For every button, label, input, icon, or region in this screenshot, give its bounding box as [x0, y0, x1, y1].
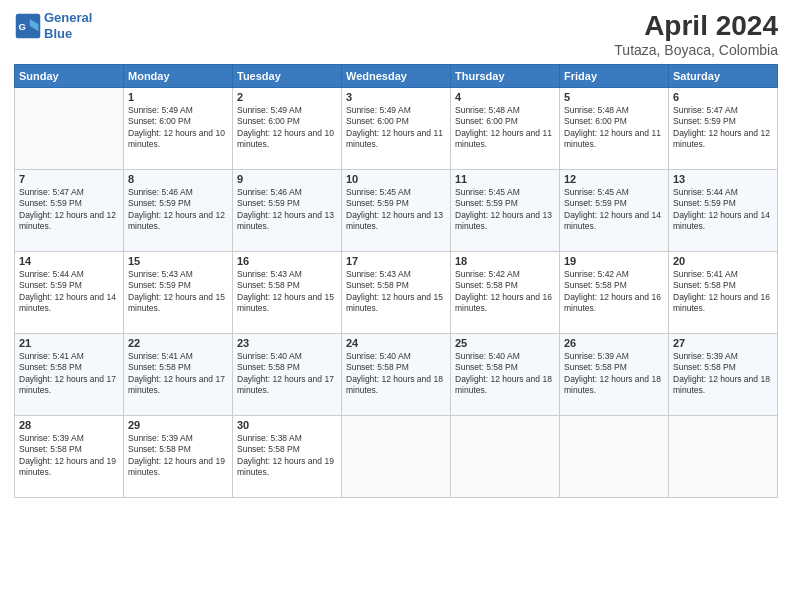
calendar-cell: 6Sunrise: 5:47 AMSunset: 5:59 PMDaylight…: [669, 88, 778, 170]
week-row-1: 7Sunrise: 5:47 AMSunset: 5:59 PMDaylight…: [15, 170, 778, 252]
day-detail: Sunrise: 5:43 AMSunset: 5:59 PMDaylight:…: [128, 269, 228, 315]
day-number: 22: [128, 337, 228, 349]
day-detail: Sunrise: 5:46 AMSunset: 5:59 PMDaylight:…: [128, 187, 228, 233]
calendar-cell: 25Sunrise: 5:40 AMSunset: 5:58 PMDayligh…: [451, 334, 560, 416]
day-detail: Sunrise: 5:41 AMSunset: 5:58 PMDaylight:…: [673, 269, 773, 315]
calendar-cell: 24Sunrise: 5:40 AMSunset: 5:58 PMDayligh…: [342, 334, 451, 416]
calendar-cell: 5Sunrise: 5:48 AMSunset: 6:00 PMDaylight…: [560, 88, 669, 170]
day-detail: Sunrise: 5:39 AMSunset: 5:58 PMDaylight:…: [128, 433, 228, 479]
day-number: 13: [673, 173, 773, 185]
calendar-cell: 23Sunrise: 5:40 AMSunset: 5:58 PMDayligh…: [233, 334, 342, 416]
calendar-cell: 12Sunrise: 5:45 AMSunset: 5:59 PMDayligh…: [560, 170, 669, 252]
calendar-cell: 15Sunrise: 5:43 AMSunset: 5:59 PMDayligh…: [124, 252, 233, 334]
day-number: 21: [19, 337, 119, 349]
day-detail: Sunrise: 5:39 AMSunset: 5:58 PMDaylight:…: [19, 433, 119, 479]
day-detail: Sunrise: 5:45 AMSunset: 5:59 PMDaylight:…: [564, 187, 664, 233]
day-detail: Sunrise: 5:41 AMSunset: 5:58 PMDaylight:…: [19, 351, 119, 397]
calendar-cell: 9Sunrise: 5:46 AMSunset: 5:59 PMDaylight…: [233, 170, 342, 252]
day-detail: Sunrise: 5:42 AMSunset: 5:58 PMDaylight:…: [455, 269, 555, 315]
day-detail: Sunrise: 5:43 AMSunset: 5:58 PMDaylight:…: [346, 269, 446, 315]
day-number: 19: [564, 255, 664, 267]
calendar-cell: 4Sunrise: 5:48 AMSunset: 6:00 PMDaylight…: [451, 88, 560, 170]
day-detail: Sunrise: 5:38 AMSunset: 5:58 PMDaylight:…: [237, 433, 337, 479]
calendar-cell: 8Sunrise: 5:46 AMSunset: 5:59 PMDaylight…: [124, 170, 233, 252]
day-detail: Sunrise: 5:41 AMSunset: 5:58 PMDaylight:…: [128, 351, 228, 397]
day-detail: Sunrise: 5:45 AMSunset: 5:59 PMDaylight:…: [455, 187, 555, 233]
header-saturday: Saturday: [669, 65, 778, 88]
day-number: 25: [455, 337, 555, 349]
day-detail: Sunrise: 5:40 AMSunset: 5:58 PMDaylight:…: [455, 351, 555, 397]
day-detail: Sunrise: 5:39 AMSunset: 5:58 PMDaylight:…: [673, 351, 773, 397]
day-number: 14: [19, 255, 119, 267]
calendar-cell: [342, 416, 451, 498]
day-number: 17: [346, 255, 446, 267]
title-area: April 2024 Tutaza, Boyaca, Colombia: [614, 10, 778, 58]
header-monday: Monday: [124, 65, 233, 88]
header: G General Blue April 2024 Tutaza, Boyaca…: [14, 10, 778, 58]
calendar-cell: 13Sunrise: 5:44 AMSunset: 5:59 PMDayligh…: [669, 170, 778, 252]
calendar-cell: 28Sunrise: 5:39 AMSunset: 5:58 PMDayligh…: [15, 416, 124, 498]
calendar-cell: 17Sunrise: 5:43 AMSunset: 5:58 PMDayligh…: [342, 252, 451, 334]
day-number: 1: [128, 91, 228, 103]
day-detail: Sunrise: 5:47 AMSunset: 5:59 PMDaylight:…: [19, 187, 119, 233]
day-detail: Sunrise: 5:49 AMSunset: 6:00 PMDaylight:…: [237, 105, 337, 151]
calendar-cell: 22Sunrise: 5:41 AMSunset: 5:58 PMDayligh…: [124, 334, 233, 416]
logo-icon: G: [14, 12, 42, 40]
calendar-cell: 7Sunrise: 5:47 AMSunset: 5:59 PMDaylight…: [15, 170, 124, 252]
calendar-cell: 10Sunrise: 5:45 AMSunset: 5:59 PMDayligh…: [342, 170, 451, 252]
header-tuesday: Tuesday: [233, 65, 342, 88]
day-detail: Sunrise: 5:49 AMSunset: 6:00 PMDaylight:…: [128, 105, 228, 151]
calendar-cell: [451, 416, 560, 498]
day-number: 30: [237, 419, 337, 431]
day-number: 7: [19, 173, 119, 185]
calendar-cell: 2Sunrise: 5:49 AMSunset: 6:00 PMDaylight…: [233, 88, 342, 170]
calendar-cell: 18Sunrise: 5:42 AMSunset: 5:58 PMDayligh…: [451, 252, 560, 334]
day-number: 4: [455, 91, 555, 103]
calendar-cell: [669, 416, 778, 498]
day-detail: Sunrise: 5:44 AMSunset: 5:59 PMDaylight:…: [673, 187, 773, 233]
day-number: 9: [237, 173, 337, 185]
week-row-2: 14Sunrise: 5:44 AMSunset: 5:59 PMDayligh…: [15, 252, 778, 334]
day-number: 10: [346, 173, 446, 185]
day-detail: Sunrise: 5:48 AMSunset: 6:00 PMDaylight:…: [455, 105, 555, 151]
day-number: 12: [564, 173, 664, 185]
day-detail: Sunrise: 5:47 AMSunset: 5:59 PMDaylight:…: [673, 105, 773, 151]
header-wednesday: Wednesday: [342, 65, 451, 88]
calendar-cell: 19Sunrise: 5:42 AMSunset: 5:58 PMDayligh…: [560, 252, 669, 334]
calendar-cell: 14Sunrise: 5:44 AMSunset: 5:59 PMDayligh…: [15, 252, 124, 334]
week-row-3: 21Sunrise: 5:41 AMSunset: 5:58 PMDayligh…: [15, 334, 778, 416]
calendar-cell: 26Sunrise: 5:39 AMSunset: 5:58 PMDayligh…: [560, 334, 669, 416]
day-detail: Sunrise: 5:43 AMSunset: 5:58 PMDaylight:…: [237, 269, 337, 315]
day-number: 26: [564, 337, 664, 349]
week-row-0: 1Sunrise: 5:49 AMSunset: 6:00 PMDaylight…: [15, 88, 778, 170]
calendar-table: Sunday Monday Tuesday Wednesday Thursday…: [14, 64, 778, 498]
page: G General Blue April 2024 Tutaza, Boyaca…: [0, 0, 792, 612]
day-detail: Sunrise: 5:44 AMSunset: 5:59 PMDaylight:…: [19, 269, 119, 315]
day-number: 23: [237, 337, 337, 349]
day-number: 15: [128, 255, 228, 267]
day-detail: Sunrise: 5:49 AMSunset: 6:00 PMDaylight:…: [346, 105, 446, 151]
month-title: April 2024: [614, 10, 778, 42]
day-number: 24: [346, 337, 446, 349]
day-number: 18: [455, 255, 555, 267]
calendar-cell: 29Sunrise: 5:39 AMSunset: 5:58 PMDayligh…: [124, 416, 233, 498]
week-row-4: 28Sunrise: 5:39 AMSunset: 5:58 PMDayligh…: [15, 416, 778, 498]
day-number: 28: [19, 419, 119, 431]
day-detail: Sunrise: 5:42 AMSunset: 5:58 PMDaylight:…: [564, 269, 664, 315]
day-number: 29: [128, 419, 228, 431]
calendar-cell: [15, 88, 124, 170]
logo-line1: General: [44, 10, 92, 25]
calendar-cell: 27Sunrise: 5:39 AMSunset: 5:58 PMDayligh…: [669, 334, 778, 416]
day-number: 2: [237, 91, 337, 103]
header-sunday: Sunday: [15, 65, 124, 88]
calendar-cell: [560, 416, 669, 498]
svg-text:G: G: [18, 20, 25, 31]
day-detail: Sunrise: 5:45 AMSunset: 5:59 PMDaylight:…: [346, 187, 446, 233]
day-detail: Sunrise: 5:40 AMSunset: 5:58 PMDaylight:…: [237, 351, 337, 397]
day-detail: Sunrise: 5:46 AMSunset: 5:59 PMDaylight:…: [237, 187, 337, 233]
day-detail: Sunrise: 5:40 AMSunset: 5:58 PMDaylight:…: [346, 351, 446, 397]
weekday-header-row: Sunday Monday Tuesday Wednesday Thursday…: [15, 65, 778, 88]
day-number: 27: [673, 337, 773, 349]
header-thursday: Thursday: [451, 65, 560, 88]
calendar-cell: 3Sunrise: 5:49 AMSunset: 6:00 PMDaylight…: [342, 88, 451, 170]
